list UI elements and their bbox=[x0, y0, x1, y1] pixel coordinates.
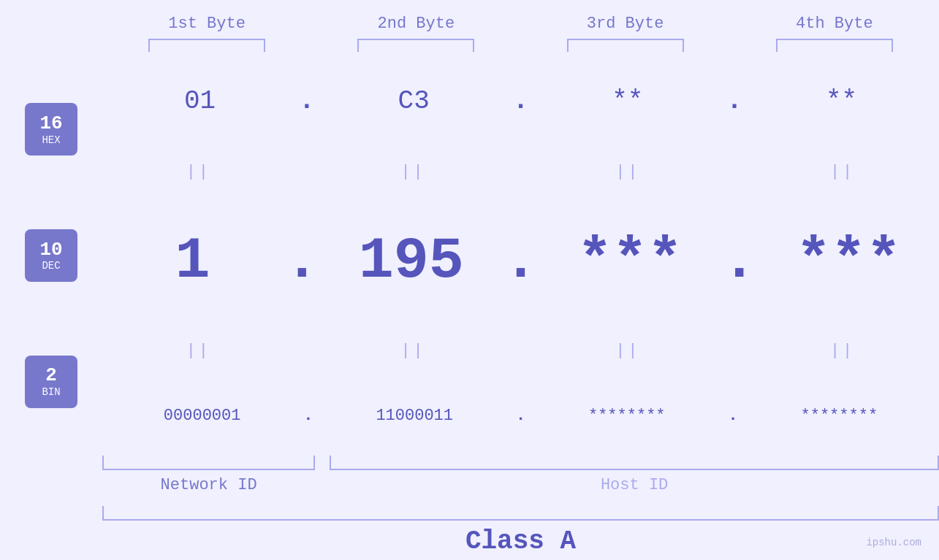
watermark: ipshu.com bbox=[866, 537, 921, 548]
byte-col-2: 2nd Byte bbox=[311, 15, 520, 52]
hex-badge-label: HEX bbox=[42, 134, 60, 146]
hex-dot-2: . bbox=[513, 86, 529, 116]
hex-val-3: ** bbox=[530, 86, 725, 116]
data-rows: 01 . C3 . ** . ** || || || || 1 . bbox=[102, 59, 939, 452]
eq-4: || bbox=[746, 163, 939, 181]
hex-badge-num: 16 bbox=[39, 113, 62, 134]
big-bracket bbox=[102, 506, 939, 521]
eq-2: || bbox=[317, 163, 510, 181]
bin-dot-1: . bbox=[303, 407, 313, 425]
bin-badge-num: 2 bbox=[45, 365, 57, 386]
dec-dot-2: . bbox=[503, 228, 538, 294]
dec-val-4: *** bbox=[759, 228, 939, 294]
id-labels-row: Network ID Host ID bbox=[102, 476, 939, 494]
bracket-top-1 bbox=[148, 39, 265, 52]
byte-col-3: 3rd Byte bbox=[521, 15, 730, 52]
hex-val-1: 01 bbox=[102, 86, 297, 116]
byte-label-4: 4th Byte bbox=[796, 15, 873, 33]
host-id-label: Host ID bbox=[330, 476, 939, 494]
hex-badge: 16 HEX bbox=[25, 103, 77, 156]
hex-val-4: ** bbox=[744, 86, 939, 116]
bracket-top-2 bbox=[357, 39, 474, 52]
hex-dot-1: . bbox=[299, 86, 315, 116]
eq-8: || bbox=[746, 342, 939, 360]
byte-headers: 1st Byte 2nd Byte 3rd Byte 4th Byte bbox=[102, 15, 939, 52]
content-area: 16 HEX 10 DEC 2 BIN 01 . C3 . ** . ** bbox=[0, 59, 939, 452]
bin-dot-2: . bbox=[516, 407, 525, 425]
bin-val-2: 11000011 bbox=[315, 407, 514, 425]
byte-col-4: 4th Byte bbox=[730, 15, 939, 52]
eq-7: || bbox=[532, 342, 725, 360]
dec-val-1: 1 bbox=[102, 228, 283, 294]
equals-row-2: || || || || bbox=[102, 342, 939, 360]
big-bracket-row bbox=[102, 506, 939, 521]
hex-dot-3: . bbox=[726, 86, 742, 116]
byte-label-1: 1st Byte bbox=[168, 15, 246, 33]
dec-val-3: *** bbox=[540, 228, 721, 294]
bracket-host bbox=[330, 456, 939, 470]
dec-badge-num: 10 bbox=[39, 239, 62, 261]
byte-col-1: 1st Byte bbox=[102, 15, 311, 52]
bracket-network bbox=[102, 456, 315, 470]
bottom-section: Network ID Host ID Class A bbox=[102, 452, 939, 560]
byte-label-3: 3rd Byte bbox=[587, 15, 664, 33]
dec-badge: 10 DEC bbox=[25, 229, 77, 282]
bracket-top-3 bbox=[567, 39, 684, 52]
bin-dot-3: . bbox=[728, 407, 737, 425]
dec-badge-label: DEC bbox=[42, 260, 60, 272]
bin-badge: 2 BIN bbox=[25, 356, 77, 408]
hex-data-row: 01 . C3 . ** . ** bbox=[102, 86, 939, 116]
bin-val-3: ******** bbox=[527, 407, 726, 425]
dec-data-row: 1 . 195 . *** . *** bbox=[102, 228, 939, 294]
dec-dot-3: . bbox=[722, 228, 757, 294]
badges-col: 16 HEX 10 DEC 2 BIN bbox=[0, 59, 102, 452]
eq-1: || bbox=[102, 163, 295, 181]
class-label: Class A bbox=[465, 526, 576, 556]
bin-badge-label: BIN bbox=[42, 386, 60, 398]
eq-3: || bbox=[532, 163, 725, 181]
eq-5: || bbox=[102, 342, 295, 360]
byte-label-2: 2nd Byte bbox=[378, 15, 455, 33]
eq-6: || bbox=[317, 342, 510, 360]
dec-val-2: 195 bbox=[321, 228, 501, 294]
bin-val-4: ******** bbox=[740, 407, 939, 425]
dec-dot-1: . bbox=[284, 228, 319, 294]
equals-row-1: || || || || bbox=[102, 163, 939, 181]
main-container: 1st Byte 2nd Byte 3rd Byte 4th Byte 16 H… bbox=[0, 0, 939, 560]
bin-val-1: 00000001 bbox=[102, 407, 302, 425]
class-row: Class A bbox=[102, 526, 939, 556]
bracket-top-4 bbox=[776, 39, 893, 52]
hex-val-2: C3 bbox=[316, 86, 512, 116]
network-id-label: Network ID bbox=[102, 476, 315, 494]
bracket-bottom-row bbox=[102, 456, 939, 470]
bin-data-row: 00000001 . 11000011 . ******** . *******… bbox=[102, 407, 939, 425]
